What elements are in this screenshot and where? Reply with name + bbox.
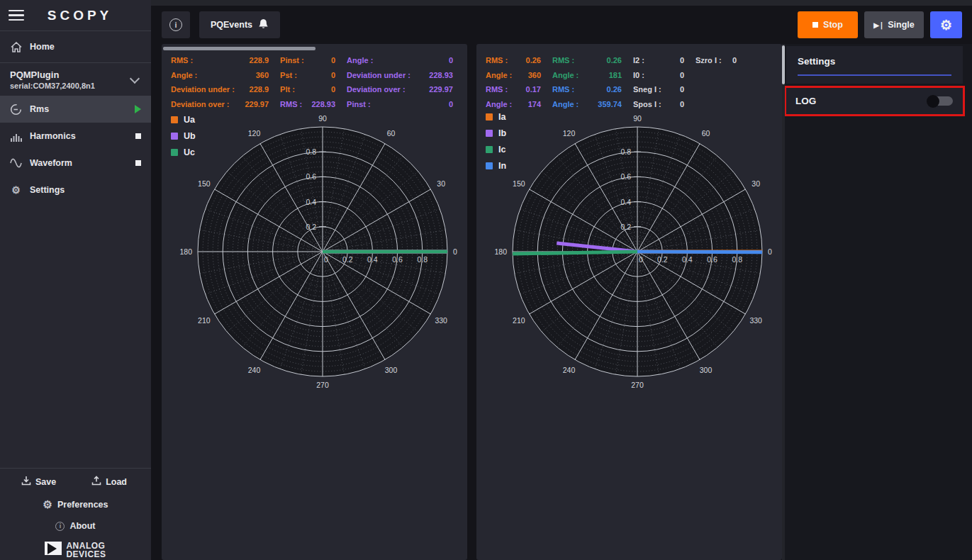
svg-text:0: 0 — [324, 255, 328, 264]
toggle-knob — [927, 95, 939, 108]
svg-text:0.8: 0.8 — [417, 255, 428, 264]
svg-text:300: 300 — [700, 366, 713, 374]
single-button[interactable]: ▶❘ Single — [864, 11, 924, 38]
gear-icon: ⚙ — [43, 498, 52, 511]
stopped-square-icon[interactable] — [135, 133, 141, 139]
info-icon: i — [55, 522, 65, 531]
preferences-label: Preferences — [57, 500, 108, 510]
svg-text:30: 30 — [752, 179, 760, 188]
legend-swatch — [171, 149, 178, 156]
svg-text:270: 270 — [316, 381, 329, 389]
sidebar-item-harmonics[interactable]: Harmonics — [0, 123, 151, 150]
legend-item-uc[interactable]: Uc — [171, 147, 196, 157]
svg-text:0.4: 0.4 — [682, 255, 693, 264]
analog-devices-logo: ANALOG DEVICES — [0, 536, 151, 560]
log-annotation-rectangle: LOG — [784, 86, 965, 116]
chevron-down-icon — [130, 73, 140, 83]
current-phasor-panel: RMS :0.26Angle :360RMS :0.17Angle :174RM… — [476, 44, 782, 560]
svg-text:0.8: 0.8 — [732, 255, 742, 264]
settings-title: Settings — [798, 56, 951, 67]
toolbar: i PQEvents Stop ▶❘ Single ⚙ — [151, 6, 972, 44]
legend-swatch — [486, 146, 493, 153]
sidebar-item-label: Home — [30, 42, 55, 52]
svg-text:0.4: 0.4 — [306, 198, 316, 206]
svg-text:90: 90 — [633, 114, 642, 123]
adi-triangle-icon — [45, 542, 62, 555]
save-button[interactable]: Save — [21, 476, 56, 488]
legend-item-ib[interactable]: Ib — [486, 128, 506, 138]
settings-scrollbar-thumb[interactable] — [782, 45, 785, 84]
stopped-square-icon[interactable] — [135, 160, 141, 166]
sidebar-item-waveform[interactable]: Waveform — [0, 150, 151, 177]
about-button[interactable]: i About — [0, 516, 151, 536]
svg-text:0.2: 0.2 — [620, 223, 631, 231]
sidebar-item-home[interactable]: Home — [0, 31, 151, 62]
svg-text:0.6: 0.6 — [707, 255, 717, 264]
svg-text:0: 0 — [768, 247, 772, 256]
svg-text:0.2: 0.2 — [342, 255, 353, 264]
plugin-name: PQMPlugin — [10, 69, 131, 80]
brand-line2: DEVICES — [66, 550, 106, 559]
legend-item-ic[interactable]: Ic — [486, 145, 506, 155]
svg-text:300: 300 — [385, 366, 398, 374]
save-icon — [21, 476, 31, 488]
pqevents-button[interactable]: PQEvents — [199, 11, 280, 38]
svg-text:60: 60 — [387, 129, 396, 138]
legend-item-ia[interactable]: Ia — [486, 112, 506, 122]
app-root: SCOPY Home PQMPlugin serial:COM37,2400,8… — [0, 0, 972, 560]
svg-text:0.8: 0.8 — [620, 147, 631, 156]
svg-text:0.6: 0.6 — [306, 172, 316, 181]
svg-text:0.2: 0.2 — [306, 223, 316, 231]
svg-text:0.8: 0.8 — [306, 147, 316, 156]
home-icon — [10, 41, 22, 53]
svg-text:0.6: 0.6 — [392, 255, 403, 264]
load-button[interactable]: Load — [91, 476, 127, 488]
sidebar-item-label: Waveform — [30, 158, 72, 168]
legend-swatch — [171, 133, 178, 140]
pqevents-label: PQEvents — [211, 20, 252, 30]
svg-text:240: 240 — [563, 366, 576, 374]
stop-button[interactable]: Stop — [798, 11, 858, 38]
stop-label: Stop — [823, 20, 843, 30]
play-to-bar-icon: ▶❘ — [873, 21, 883, 29]
svg-text:210: 210 — [513, 316, 525, 325]
legend-item-in[interactable]: In — [486, 161, 506, 171]
sine-wave-icon — [10, 157, 22, 169]
legend-swatch — [486, 113, 493, 121]
sidebar-item-settings[interactable]: ⚙ Settings — [0, 177, 151, 203]
scopy-logo: SCOPY — [24, 8, 143, 23]
sidebar-footer: Save Load ⚙ Preferences i About — [0, 468, 151, 560]
legend-swatch — [486, 162, 493, 169]
main-area: i PQEvents Stop ▶❘ Single ⚙ — [151, 0, 972, 560]
svg-text:270: 270 — [631, 381, 644, 389]
top-strip — [151, 0, 972, 6]
harmonics-bars-icon — [10, 130, 22, 142]
load-label: Load — [106, 477, 127, 487]
svg-text:0.4: 0.4 — [367, 255, 378, 264]
legend-swatch — [486, 130, 493, 137]
current-polar-chart: 030609012015018021024027030033000.20.40.… — [476, 44, 782, 558]
info-button[interactable]: i — [162, 11, 190, 38]
svg-text:60: 60 — [702, 129, 710, 138]
legend-item-ub[interactable]: Ub — [171, 131, 196, 141]
sidebar-plugin-header[interactable]: PQMPlugin serial:COM37,2400,8n1 — [0, 63, 151, 96]
settings-header: Settings — [786, 46, 963, 84]
sidebar: SCOPY Home PQMPlugin serial:COM37,2400,8… — [0, 0, 151, 560]
svg-text:0.6: 0.6 — [620, 172, 631, 181]
svg-text:240: 240 — [248, 366, 261, 374]
log-label: LOG — [795, 96, 816, 106]
stop-square-icon — [812, 22, 818, 28]
plot-settings-button[interactable]: ⚙ — [930, 11, 962, 38]
svg-text:0.4: 0.4 — [620, 198, 631, 206]
log-toggle[interactable] — [927, 96, 953, 106]
gear-icon: ⚙ — [940, 17, 952, 33]
about-label: About — [69, 521, 95, 531]
menu-icon[interactable] — [9, 7, 24, 24]
sidebar-item-label: Rms — [30, 104, 49, 114]
legend-label: Ua — [184, 115, 195, 125]
preferences-button[interactable]: ⚙ Preferences — [0, 493, 151, 516]
phasor-ic — [513, 252, 637, 254]
running-play-icon[interactable] — [135, 105, 141, 113]
sidebar-item-rms[interactable]: Rms — [0, 96, 151, 123]
legend-item-ua[interactable]: Ua — [171, 115, 196, 125]
